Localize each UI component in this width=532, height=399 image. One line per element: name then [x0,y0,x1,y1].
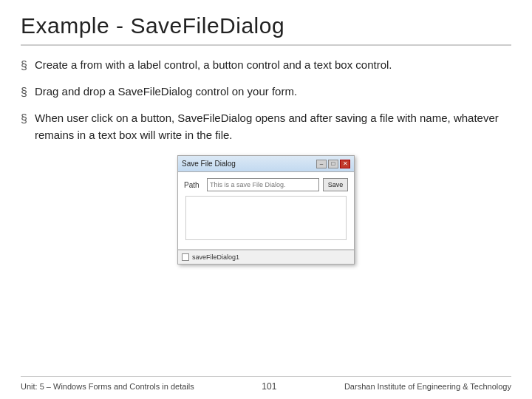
dialog-mock: Save File Dialog – □ ✕ Path Save [177,155,355,265]
footer-left-text: Unit: 5 – Windows Forms and Controls in … [21,382,194,391]
bullet-symbol-3: § [21,110,27,129]
footer-bar: Unit: 5 – Windows Forms and Controls in … [21,376,511,392]
dialog-minimize-button[interactable]: – [316,160,327,168]
dialog-close-button[interactable]: ✕ [340,160,350,168]
page-container: Example - SaveFileDialog § Create a from… [0,0,532,399]
dialog-body: Path Save [178,172,354,250]
dialog-maximize-button[interactable]: □ [328,160,338,168]
dialog-file-area [185,196,347,240]
dialog-path-input[interactable] [207,178,319,191]
bullet-symbol-2: § [21,83,27,102]
bullet-text-3: When user click on a button, SaveFileDia… [35,109,511,144]
footer-right-text: Darshan Institute of Engineering & Techn… [344,382,511,391]
footer-page-number: 101 [262,381,276,392]
title-section: Example - SaveFileDialog [21,13,511,46]
page-title: Example - SaveFileDialog [21,13,511,38]
bullet-text-1: Create a from with a label control, a bu… [35,56,392,73]
bullet-text-2: Drag and drop a SaveFileDialog control o… [35,83,297,100]
dialog-path-label: Path [184,181,203,189]
dialog-footer-text: saveFileDialog1 [192,253,239,261]
dialog-footer: saveFileDialog1 [178,250,354,264]
dialog-checkbox[interactable] [182,253,189,261]
screenshot-container: Save File Dialog – □ ✕ Path Save [21,155,511,265]
dialog-title-text: Save File Dialog [182,160,236,168]
bullet-item-3: § When user click on a button, SaveFileD… [21,109,511,144]
bullet-symbol-1: § [21,57,27,75]
dialog-path-row: Path Save [184,178,348,191]
bullet-item-1: § Create a from with a label control, a … [21,56,511,75]
bullet-item-2: § Drag and drop a SaveFileDialog control… [21,83,511,102]
dialog-titlebar: Save File Dialog – □ ✕ [178,156,354,172]
dialog-save-button[interactable]: Save [323,178,348,191]
content-section: § Create a from with a label control, a … [21,56,511,376]
dialog-controls: – □ ✕ [316,160,350,168]
